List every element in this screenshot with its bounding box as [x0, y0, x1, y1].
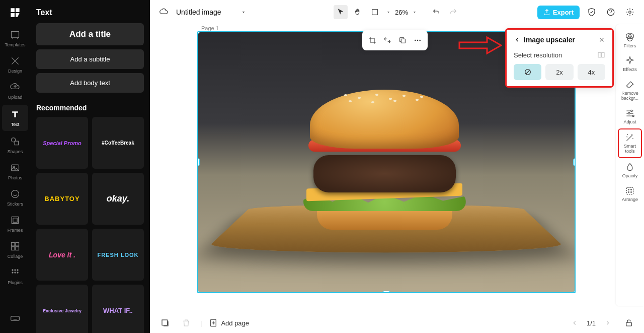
resize-handle[interactable]	[382, 291, 390, 293]
shapes-icon	[10, 136, 21, 147]
add-page-button[interactable]: Add page	[209, 318, 249, 327]
document-title-input[interactable]	[176, 8, 231, 16]
none-icon	[524, 68, 532, 76]
rr-adjust[interactable]: Adjust	[618, 105, 642, 128]
rr-filters[interactable]: Filters	[618, 29, 642, 52]
text-preset[interactable]: #CoffeeBreak	[92, 117, 144, 169]
left-rail: Templates Design Upload Text Shapes Phot…	[0, 0, 30, 333]
rr-label: Remove backgr...	[618, 91, 642, 101]
wand-icon	[625, 132, 635, 143]
upscaler-title: Image upscaler	[524, 36, 575, 44]
resolution-none[interactable]	[514, 64, 541, 80]
resize-handle[interactable]	[573, 158, 576, 166]
rail-frames[interactable]: Frames	[0, 211, 30, 237]
resize-handle[interactable]	[197, 291, 200, 293]
recommended-label: Recommended	[36, 104, 144, 112]
resize-handle[interactable]	[573, 291, 576, 293]
svg-rect-7	[13, 218, 17, 222]
rail-design[interactable]: Design	[0, 51, 30, 78]
hand-tool[interactable]	[351, 5, 365, 19]
rail-upload[interactable]: Upload	[0, 78, 30, 104]
duplicate-button[interactable]	[395, 33, 410, 47]
svg-point-29	[631, 110, 632, 111]
resize-handle[interactable]	[197, 158, 200, 166]
zoom-value[interactable]: 26%	[395, 9, 408, 16]
rail-keyboard[interactable]	[0, 309, 30, 328]
flip-button[interactable]	[380, 33, 394, 47]
text-preset[interactable]: Exclusive Jewelry	[36, 285, 88, 333]
text-preset[interactable]: FRESH LOOK	[92, 229, 144, 281]
compare-icon[interactable]	[597, 51, 605, 59]
help-icon[interactable]	[604, 5, 618, 19]
resize-dropdown[interactable]	[368, 5, 382, 19]
add-title-button[interactable]: Add a title	[36, 23, 144, 45]
svg-point-12	[12, 269, 13, 271]
rr-arrange[interactable]: Arrange	[618, 183, 642, 206]
text-preset[interactable]: Special Promo	[36, 117, 88, 169]
resolution-options: 2x 4x	[514, 64, 605, 80]
rail-stickers[interactable]: Stickers	[0, 184, 30, 211]
resolution-2x[interactable]: 2x	[545, 64, 573, 80]
back-button[interactable]	[514, 36, 521, 43]
rail-label: Collage	[8, 254, 23, 259]
more-button[interactable]	[411, 33, 425, 47]
next-page-button[interactable]	[601, 316, 615, 330]
rail-label: Photos	[8, 175, 22, 180]
svg-rect-38	[602, 52, 604, 57]
rail-collage[interactable]: Collage	[0, 237, 30, 263]
opacity-icon	[625, 162, 635, 172]
svg-point-5	[12, 190, 19, 198]
svg-rect-11	[16, 247, 19, 250]
resolution-4x[interactable]: 4x	[578, 64, 605, 80]
crop-button[interactable]	[365, 33, 379, 47]
rail-templates[interactable]: Templates	[0, 25, 30, 51]
svg-rect-37	[598, 52, 601, 57]
title-dropdown[interactable]	[236, 5, 251, 19]
templates-icon	[10, 29, 21, 40]
rail-label: Shapes	[8, 149, 23, 154]
rr-label: Arrange	[622, 197, 638, 203]
right-rail: Filters Effects Remove backgr... Adjust …	[616, 24, 644, 306]
photos-icon	[10, 162, 21, 173]
svg-point-14	[17, 269, 18, 271]
chevron-down-icon[interactable]	[385, 5, 392, 19]
add-body-button[interactable]: Add body text	[36, 73, 144, 93]
app-logo[interactable]	[8, 5, 23, 20]
svg-point-13	[14, 269, 16, 271]
lock-button[interactable]	[622, 316, 636, 330]
page-indicator: 1/1	[587, 319, 596, 327]
rail-text[interactable]: Text	[2, 105, 28, 131]
cloud-icon[interactable]	[157, 5, 171, 19]
design-icon	[10, 55, 21, 66]
shield-icon[interactable]	[585, 5, 599, 19]
rail-shapes[interactable]: Shapes	[0, 132, 30, 158]
export-button[interactable]: Export	[537, 6, 580, 19]
close-button[interactable]	[598, 36, 605, 43]
prev-page-button[interactable]	[568, 316, 582, 330]
rail-plugins[interactable]: Plugins	[0, 263, 30, 289]
cursor-tool[interactable]	[334, 5, 348, 19]
zoom-dropdown[interactable]	[411, 5, 418, 19]
rr-label: Effects	[623, 68, 636, 73]
rr-opacity[interactable]: Opacity	[618, 159, 642, 182]
settings-icon[interactable]	[623, 5, 637, 19]
image-float-toolbar	[362, 30, 428, 50]
add-subtitle-button[interactable]: Add a subtitle	[36, 49, 144, 69]
redo-button[interactable]	[446, 5, 460, 19]
text-preset[interactable]: Love it .	[36, 229, 88, 281]
rr-smart-tools[interactable]: Smart tools	[618, 128, 642, 158]
rr-effects[interactable]: Effects	[618, 53, 642, 76]
undo-button[interactable]	[429, 5, 443, 19]
delete-button[interactable]	[179, 316, 193, 330]
rail-photos[interactable]: Photos	[0, 158, 30, 184]
svg-rect-40	[162, 320, 168, 325]
image-upscaler-panel: Image upscaler Select resolution 2x 4x	[505, 28, 614, 88]
svg-point-36	[631, 192, 632, 193]
text-preset[interactable]: BABYTOY	[36, 173, 88, 225]
text-preset[interactable]: okay.	[92, 173, 144, 225]
adjust-icon	[625, 108, 635, 118]
layers-button[interactable]	[158, 316, 172, 330]
rr-remove-bg[interactable]: Remove backgr...	[618, 77, 642, 104]
text-preset[interactable]: WHAT IF..	[92, 285, 144, 333]
annotation-arrow	[457, 35, 502, 55]
